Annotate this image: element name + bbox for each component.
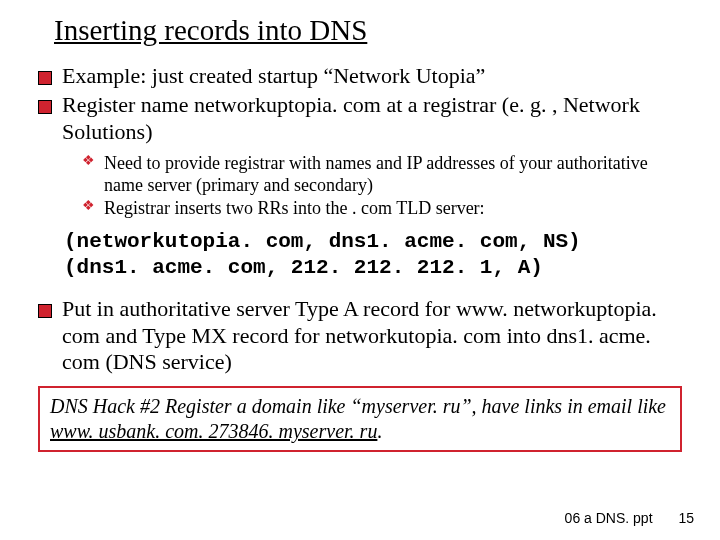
after-bullet-list: Put in authoritative server Type A recor…	[36, 296, 684, 376]
dns-hack-box: DNS Hack #2 Register a domain like “myse…	[38, 386, 682, 452]
slide-title: Inserting records into DNS	[54, 14, 684, 47]
top-bullet-list: Example: just created startup “Network U…	[36, 63, 684, 145]
footer-filename: 06 a DNS. ppt	[565, 510, 653, 526]
code-line-a: (dns1. acme. com, 212. 212. 212. 1, A)	[64, 256, 543, 279]
footer-page-number: 15	[678, 510, 694, 526]
sub-bullet-registrar-inserts: Registrar inserts two RRs into the . com…	[82, 198, 684, 219]
hack-suffix: .	[377, 420, 382, 442]
dns-records-code: (networkutopia. com, dns1. acme. com, NS…	[64, 229, 684, 282]
sub-bullet-provide: Need to provide registrar with names and…	[82, 153, 684, 195]
hack-text: DNS Hack #2 Register a domain like “myse…	[50, 395, 666, 417]
bullet-register: Register name networkuptopia. com at a r…	[36, 92, 684, 146]
code-line-ns: (networkutopia. com, dns1. acme. com, NS…	[64, 230, 581, 253]
sub-bullet-list: Need to provide registrar with names and…	[82, 153, 684, 219]
slide-footer: 06 a DNS. ppt 15	[565, 510, 694, 526]
bullet-example: Example: just created startup “Network U…	[36, 63, 684, 90]
bullet-authoritative: Put in authoritative server Type A recor…	[36, 296, 684, 376]
hack-link: www. usbank. com. 273846. myserver. ru	[50, 420, 377, 442]
